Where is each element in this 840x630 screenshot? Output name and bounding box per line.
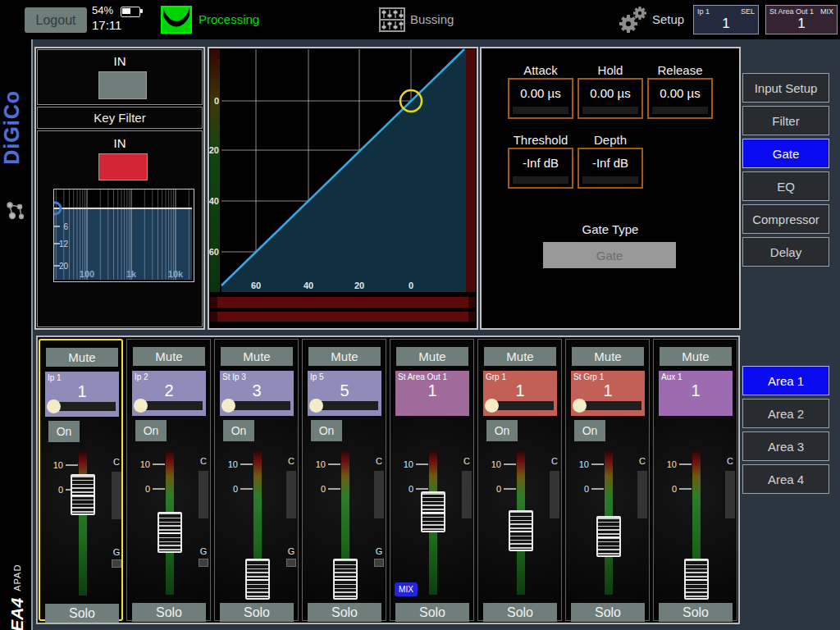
key-filter-title: Key Filter [94, 111, 145, 125]
mute-button[interactable]: Mute [484, 347, 556, 366]
tab-delay[interactable]: Delay [742, 237, 829, 267]
battery-icon [121, 7, 140, 17]
tab-area-3[interactable]: Area 3 [742, 431, 829, 461]
channel-label-box[interactable]: Ip 5 5 [308, 371, 381, 416]
channel-strip[interactable]: Mute Ip 2 2 On 10 0 C G MIX Solo [126, 339, 211, 621]
on-button[interactable]: On [486, 420, 518, 441]
channel-aux-slider[interactable] [486, 401, 554, 410]
channel-strip[interactable]: Mute Ip 1 1 On 10 0 C G MIX Solo [39, 339, 123, 621]
release-box[interactable]: 0.00 µs [647, 78, 713, 119]
channel-strip[interactable]: Mute St Ip 3 3 On 10 0 C G MIX Solo [214, 339, 299, 621]
solo-button[interactable]: Solo [220, 603, 294, 622]
bussing-icon[interactable] [379, 7, 405, 35]
fader-scale-10: 10 [309, 459, 326, 469]
fader-scale-0: 0 [660, 484, 677, 494]
channel-label-box[interactable]: St Area Out 1 1 [395, 371, 469, 416]
selected-channel-box[interactable]: Ip 1 SEL 1 [693, 5, 759, 34]
solo-button[interactable]: Solo [45, 604, 119, 623]
channel-label-box[interactable]: St Grp 1 1 [571, 371, 645, 416]
aux-slider-knob[interactable] [573, 399, 587, 413]
gate-type-button[interactable]: Gate [543, 242, 676, 268]
fader-handle[interactable] [596, 516, 621, 557]
mute-button[interactable]: Mute [46, 348, 118, 367]
channel-label-box[interactable]: St Ip 3 3 [220, 371, 294, 416]
fader-handle[interactable] [245, 559, 270, 600]
channel-strip[interactable]: Mute Ip 5 5 On 10 0 C G MIX Solo [302, 339, 386, 621]
tab-gate[interactable]: Gate [742, 139, 829, 168]
fader-handle[interactable] [509, 510, 533, 551]
compressor-meter-label: C [725, 456, 735, 466]
fader-handle[interactable] [158, 512, 182, 553]
setup-label[interactable]: Setup [652, 12, 684, 26]
hold-box[interactable]: 0.00 µs [578, 78, 643, 119]
mute-button[interactable]: Mute [396, 347, 468, 366]
channel-label-box[interactable]: Aux 1 1 [659, 371, 733, 416]
solo-button[interactable]: Solo [483, 603, 557, 622]
on-button[interactable]: On [574, 420, 605, 441]
on-button[interactable]: On [223, 420, 254, 441]
channel-label-box[interactable]: Ip 1 1 [45, 372, 119, 417]
processing-icon[interactable] [161, 6, 192, 37]
solo-button[interactable]: Solo [132, 603, 206, 622]
aux-slider-knob[interactable] [134, 399, 148, 413]
channel-strip[interactable]: Mute Aux 1 1 On 10 0 C G MIX Solo [653, 339, 737, 621]
gate-in-button[interactable] [98, 71, 147, 99]
channel-aux-slider[interactable] [223, 401, 290, 410]
channel-name: Aux 1 [661, 372, 682, 381]
fader-handle[interactable] [421, 491, 445, 532]
mix-output-box[interactable]: St Area Out 1 MIX 1 [765, 5, 838, 34]
tab-eq[interactable]: EQ [742, 171, 829, 201]
tab-filter[interactable]: Filter [742, 106, 829, 135]
channel-strip[interactable]: Mute Grp 1 1 On 10 0 C G MIX Solo [477, 339, 562, 621]
solo-button[interactable]: Solo [659, 603, 733, 622]
channel-strip[interactable]: Mute St Area Out 1 1 On 10 0 C G MIX Sol… [390, 339, 474, 621]
compressor-meter-label: C [286, 456, 296, 466]
solo-button[interactable]: Solo [395, 603, 469, 622]
channel-strip[interactable]: Mute St Grp 1 1 On 10 0 C G MIX Solo [565, 339, 650, 621]
channel-number: 1 [395, 381, 469, 400]
fader-scale-0: 0 [397, 484, 413, 494]
channel-number: 3 [220, 381, 294, 400]
aux-slider-knob[interactable] [485, 399, 499, 413]
logout-button[interactable]: Logout [25, 7, 87, 33]
channel-label-box[interactable]: Ip 2 2 [132, 371, 206, 416]
aux-slider-knob[interactable] [221, 399, 235, 413]
channel-aux-slider[interactable] [311, 401, 378, 410]
on-button[interactable]: On [48, 421, 80, 442]
tab-area-4[interactable]: Area 4 [742, 464, 829, 494]
attack-box[interactable]: 0.00 µs [508, 78, 573, 119]
channel-name: Ip 1 [48, 373, 62, 382]
mute-button[interactable]: Mute [660, 347, 732, 366]
depth-box[interactable]: -Inf dB [578, 148, 643, 189]
channel-aux-slider[interactable] [135, 401, 203, 410]
channel-aux-slider[interactable] [48, 402, 116, 411]
tab-area-2[interactable]: Area 2 [742, 399, 829, 428]
bussing-label[interactable]: Bussing [410, 12, 454, 26]
key-in-button[interactable] [98, 153, 148, 180]
fader-handle[interactable] [684, 559, 709, 600]
mute-button[interactable]: Mute [308, 347, 381, 366]
mute-button[interactable]: Mute [572, 347, 644, 366]
fader-handle[interactable] [333, 559, 358, 600]
channel-number: 2 [132, 381, 206, 400]
aux-slider-knob[interactable] [309, 399, 323, 413]
gate-graph-panel[interactable]: 0 20 40 60 60 40 20 0 [208, 47, 478, 330]
tab-compressor[interactable]: Compressor [742, 204, 829, 234]
mute-button[interactable]: Mute [221, 347, 293, 366]
gate-meter-label: G [286, 546, 296, 556]
channel-aux-slider[interactable] [574, 401, 641, 410]
on-button[interactable]: On [311, 420, 342, 441]
channel-label-box[interactable]: Grp 1 1 [483, 371, 557, 416]
solo-button[interactable]: Solo [571, 603, 645, 622]
on-button[interactable]: On [135, 420, 167, 441]
aux-slider-knob[interactable] [47, 399, 61, 413]
processing-label[interactable]: Processing [199, 12, 259, 26]
setup-gear-icon[interactable] [617, 5, 650, 38]
fader-handle[interactable] [71, 474, 95, 515]
tab-input-setup[interactable]: Input Setup [742, 73, 829, 103]
key-filter-response-graph[interactable]: 6 12 20 100 1k 10k [53, 189, 194, 282]
threshold-box[interactable]: -Inf dB [508, 148, 573, 189]
solo-button[interactable]: Solo [308, 603, 381, 622]
mute-button[interactable]: Mute [133, 347, 205, 366]
tab-area-1[interactable]: Area 1 [742, 366, 829, 395]
